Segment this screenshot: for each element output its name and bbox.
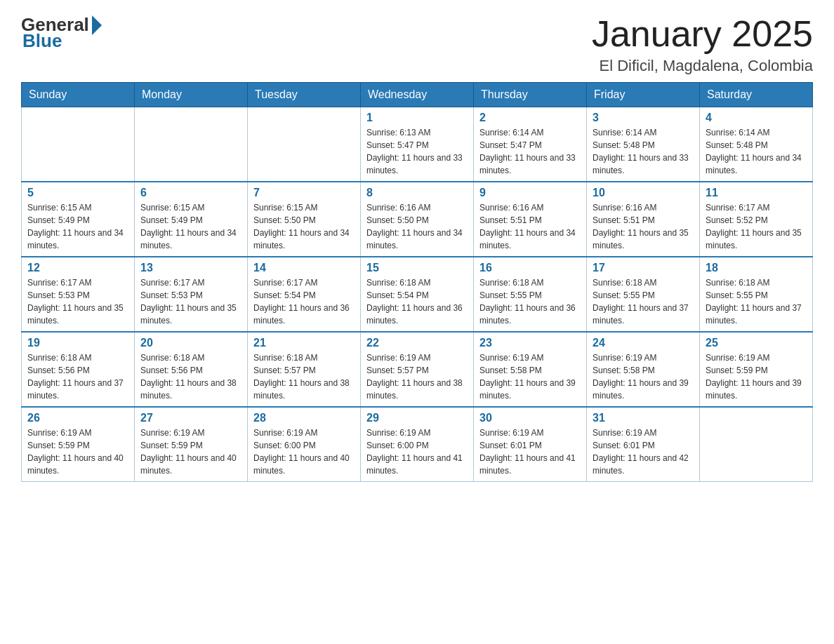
calendar-cell: 27Sunrise: 6:19 AMSunset: 5:59 PMDayligh… [135, 407, 248, 482]
day-number: 3 [593, 112, 694, 124]
calendar-header-row: SundayMondayTuesdayWednesdayThursdayFrid… [22, 83, 813, 107]
calendar-week-row: 5Sunrise: 6:15 AMSunset: 5:49 PMDaylight… [22, 182, 813, 257]
day-info: Sunrise: 6:18 AMSunset: 5:56 PMDaylight:… [140, 351, 241, 402]
day-number: 11 [706, 187, 807, 199]
day-number: 15 [366, 262, 468, 274]
day-info: Sunrise: 6:14 AMSunset: 5:47 PMDaylight:… [479, 126, 581, 177]
calendar-cell: 8Sunrise: 6:16 AMSunset: 5:50 PMDaylight… [361, 182, 474, 257]
day-number: 10 [593, 187, 694, 199]
title-block: January 2025 El Dificil, Magdalena, Colo… [592, 14, 813, 75]
day-info: Sunrise: 6:19 AMSunset: 6:01 PMDaylight:… [479, 427, 581, 477]
day-info: Sunrise: 6:18 AMSunset: 5:57 PMDaylight:… [253, 351, 355, 402]
calendar-day-header: Tuesday [248, 83, 361, 107]
day-info: Sunrise: 6:16 AMSunset: 5:51 PMDaylight:… [479, 201, 581, 252]
day-info: Sunrise: 6:19 AMSunset: 6:01 PMDaylight:… [593, 427, 694, 477]
calendar-cell: 31Sunrise: 6:19 AMSunset: 6:01 PMDayligh… [587, 407, 700, 482]
day-info: Sunrise: 6:19 AMSunset: 5:59 PMDaylight:… [706, 351, 807, 402]
day-number: 19 [27, 337, 128, 349]
calendar-cell: 10Sunrise: 6:16 AMSunset: 5:51 PMDayligh… [587, 182, 700, 257]
calendar-day-header: Monday [135, 83, 248, 107]
calendar-cell: 23Sunrise: 6:19 AMSunset: 5:58 PMDayligh… [474, 332, 587, 407]
day-number: 1 [366, 112, 468, 124]
day-info: Sunrise: 6:14 AMSunset: 5:48 PMDaylight:… [706, 126, 807, 177]
calendar-cell: 7Sunrise: 6:15 AMSunset: 5:50 PMDaylight… [248, 182, 361, 257]
calendar-cell: 20Sunrise: 6:18 AMSunset: 5:56 PMDayligh… [135, 332, 248, 407]
calendar-cell: 3Sunrise: 6:14 AMSunset: 5:48 PMDaylight… [587, 107, 700, 182]
day-number: 5 [27, 187, 128, 199]
day-number: 8 [366, 187, 468, 199]
logo-blue-text: Blue [22, 30, 62, 52]
day-number: 30 [479, 412, 581, 424]
calendar-cell: 19Sunrise: 6:18 AMSunset: 5:56 PMDayligh… [22, 332, 135, 407]
day-number: 12 [27, 262, 128, 274]
day-info: Sunrise: 6:18 AMSunset: 5:56 PMDaylight:… [27, 351, 128, 402]
day-info: Sunrise: 6:17 AMSunset: 5:53 PMDaylight:… [140, 276, 241, 327]
calendar-cell: 17Sunrise: 6:18 AMSunset: 5:55 PMDayligh… [587, 257, 700, 332]
calendar-cell [135, 107, 248, 182]
calendar-week-row: 1Sunrise: 6:13 AMSunset: 5:47 PMDaylight… [22, 107, 813, 182]
day-number: 17 [593, 262, 694, 274]
day-info: Sunrise: 6:19 AMSunset: 6:00 PMDaylight:… [366, 427, 468, 477]
day-info: Sunrise: 6:19 AMSunset: 5:58 PMDaylight:… [479, 351, 581, 402]
day-number: 6 [140, 187, 241, 199]
calendar-cell: 21Sunrise: 6:18 AMSunset: 5:57 PMDayligh… [248, 332, 361, 407]
day-info: Sunrise: 6:17 AMSunset: 5:52 PMDaylight:… [706, 201, 807, 252]
day-number: 24 [593, 337, 694, 349]
calendar-cell: 26Sunrise: 6:19 AMSunset: 5:59 PMDayligh… [22, 407, 135, 482]
calendar-day-header: Wednesday [361, 83, 474, 107]
day-info: Sunrise: 6:19 AMSunset: 5:59 PMDaylight:… [27, 427, 128, 477]
day-info: Sunrise: 6:16 AMSunset: 5:51 PMDaylight:… [593, 201, 694, 252]
calendar-cell: 15Sunrise: 6:18 AMSunset: 5:54 PMDayligh… [361, 257, 474, 332]
day-info: Sunrise: 6:18 AMSunset: 5:55 PMDaylight:… [593, 276, 694, 327]
day-info: Sunrise: 6:19 AMSunset: 5:57 PMDaylight:… [366, 351, 468, 402]
calendar-week-row: 19Sunrise: 6:18 AMSunset: 5:56 PMDayligh… [22, 332, 813, 407]
calendar-cell [700, 407, 813, 482]
logo-arrow-icon [92, 15, 102, 35]
calendar-cell: 16Sunrise: 6:18 AMSunset: 5:55 PMDayligh… [474, 257, 587, 332]
day-number: 20 [140, 337, 241, 349]
page-title: January 2025 [592, 14, 813, 54]
day-info: Sunrise: 6:15 AMSunset: 5:49 PMDaylight:… [140, 201, 241, 252]
page-header: General Blue January 2025 El Dificil, Ma… [21, 14, 813, 75]
calendar-cell: 4Sunrise: 6:14 AMSunset: 5:48 PMDaylight… [700, 107, 813, 182]
calendar-week-row: 12Sunrise: 6:17 AMSunset: 5:53 PMDayligh… [22, 257, 813, 332]
day-info: Sunrise: 6:18 AMSunset: 5:55 PMDaylight:… [479, 276, 581, 327]
day-info: Sunrise: 6:18 AMSunset: 5:54 PMDaylight:… [366, 276, 468, 327]
calendar-day-header: Sunday [22, 83, 135, 107]
day-info: Sunrise: 6:15 AMSunset: 5:50 PMDaylight:… [253, 201, 355, 252]
calendar-cell: 18Sunrise: 6:18 AMSunset: 5:55 PMDayligh… [700, 257, 813, 332]
day-number: 16 [479, 262, 581, 274]
calendar-cell: 24Sunrise: 6:19 AMSunset: 5:58 PMDayligh… [587, 332, 700, 407]
calendar-cell [248, 107, 361, 182]
day-number: 29 [366, 412, 468, 424]
page-subtitle: El Dificil, Magdalena, Colombia [592, 57, 813, 75]
calendar-day-header: Thursday [474, 83, 587, 107]
day-info: Sunrise: 6:17 AMSunset: 5:54 PMDaylight:… [253, 276, 355, 327]
calendar-cell: 30Sunrise: 6:19 AMSunset: 6:01 PMDayligh… [474, 407, 587, 482]
day-number: 22 [366, 337, 468, 349]
day-number: 14 [253, 262, 355, 274]
day-number: 9 [479, 187, 581, 199]
day-number: 21 [253, 337, 355, 349]
calendar-cell: 2Sunrise: 6:14 AMSunset: 5:47 PMDaylight… [474, 107, 587, 182]
day-info: Sunrise: 6:15 AMSunset: 5:49 PMDaylight:… [27, 201, 128, 252]
day-info: Sunrise: 6:17 AMSunset: 5:53 PMDaylight:… [27, 276, 128, 327]
logo: General Blue [21, 14, 102, 52]
calendar-table: SundayMondayTuesdayWednesdayThursdayFrid… [21, 82, 813, 482]
calendar-cell: 22Sunrise: 6:19 AMSunset: 5:57 PMDayligh… [361, 332, 474, 407]
day-info: Sunrise: 6:13 AMSunset: 5:47 PMDaylight:… [366, 126, 468, 177]
calendar-cell: 6Sunrise: 6:15 AMSunset: 5:49 PMDaylight… [135, 182, 248, 257]
day-number: 23 [479, 337, 581, 349]
calendar-day-header: Saturday [700, 83, 813, 107]
calendar-cell: 28Sunrise: 6:19 AMSunset: 6:00 PMDayligh… [248, 407, 361, 482]
calendar-cell: 9Sunrise: 6:16 AMSunset: 5:51 PMDaylight… [474, 182, 587, 257]
calendar-cell [22, 107, 135, 182]
day-info: Sunrise: 6:19 AMSunset: 6:00 PMDaylight:… [253, 427, 355, 477]
day-number: 26 [27, 412, 128, 424]
calendar-cell: 1Sunrise: 6:13 AMSunset: 5:47 PMDaylight… [361, 107, 474, 182]
day-number: 13 [140, 262, 241, 274]
calendar-cell: 14Sunrise: 6:17 AMSunset: 5:54 PMDayligh… [248, 257, 361, 332]
day-info: Sunrise: 6:16 AMSunset: 5:50 PMDaylight:… [366, 201, 468, 252]
day-number: 7 [253, 187, 355, 199]
day-number: 18 [706, 262, 807, 274]
